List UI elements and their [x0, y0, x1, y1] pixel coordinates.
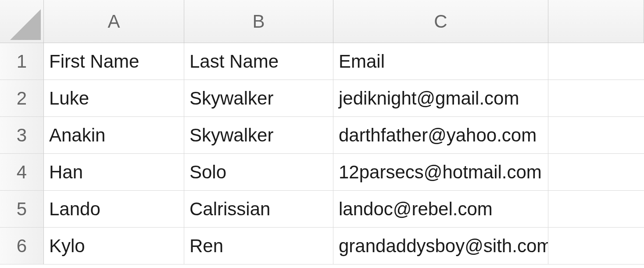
row-header-6[interactable]: 6 — [0, 228, 44, 264]
cell-B5[interactable]: Calrissian — [184, 191, 333, 228]
row-header-1[interactable]: 1 — [0, 43, 44, 80]
spreadsheet-grid: A B C 1 First Name Last Name Email 2 Luk… — [0, 0, 644, 268]
row-header-2[interactable]: 2 — [0, 80, 44, 117]
cell-B2[interactable]: Skywalker — [184, 80, 333, 117]
cell-A3[interactable]: Anakin — [44, 117, 184, 154]
cell-C5[interactable]: landoc@rebel.com — [333, 191, 548, 228]
select-all-triangle-icon — [10, 9, 41, 40]
cell-A6[interactable]: Kylo — [44, 228, 184, 264]
cell-B4[interactable]: Solo — [184, 154, 333, 191]
cell-C4[interactable]: 12parsecs@hotmail.com — [333, 154, 548, 191]
column-header-B[interactable]: B — [184, 0, 333, 43]
cell-B1[interactable]: Last Name — [184, 43, 333, 80]
cell-B3[interactable]: Skywalker — [184, 117, 333, 154]
cell-D2[interactable] — [548, 80, 644, 117]
cell-D5[interactable] — [548, 191, 644, 228]
row-header-4[interactable]: 4 — [0, 154, 44, 191]
row-header-5[interactable]: 5 — [0, 191, 44, 228]
cell-C3[interactable]: darthfather@yahoo.com — [333, 117, 548, 154]
cell-A2[interactable]: Luke — [44, 80, 184, 117]
select-all-corner[interactable] — [0, 0, 44, 43]
cell-D3[interactable] — [548, 117, 644, 154]
cell-C2[interactable]: jediknight@gmail.com — [333, 80, 548, 117]
cell-C6[interactable]: grandaddysboy@sith.com — [333, 228, 548, 264]
cell-A4[interactable]: Han — [44, 154, 184, 191]
column-header-C[interactable]: C — [333, 0, 548, 43]
cell-D4[interactable] — [548, 154, 644, 191]
column-header-empty[interactable] — [548, 0, 644, 43]
row-header-3[interactable]: 3 — [0, 117, 44, 154]
cell-A5[interactable]: Lando — [44, 191, 184, 228]
cell-D1[interactable] — [548, 43, 644, 80]
cell-D6[interactable] — [548, 228, 644, 264]
cell-B6[interactable]: Ren — [184, 228, 333, 264]
cell-C1[interactable]: Email — [333, 43, 548, 80]
column-header-A[interactable]: A — [44, 0, 184, 43]
cell-A1[interactable]: First Name — [44, 43, 184, 80]
